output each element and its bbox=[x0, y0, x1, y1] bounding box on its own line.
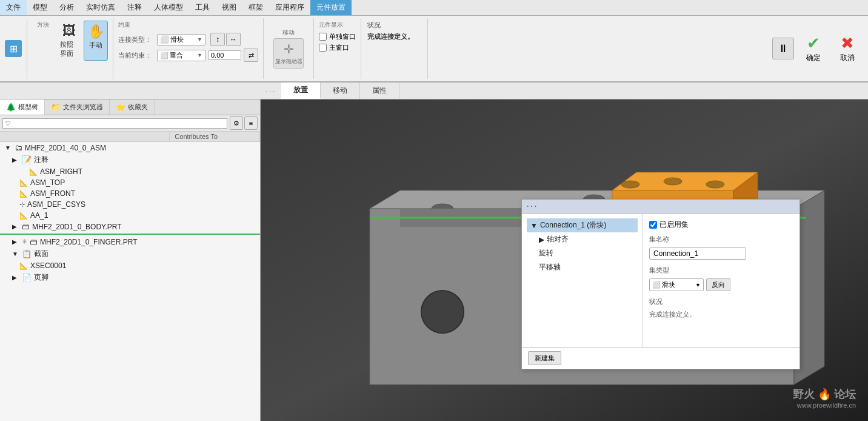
menu-model[interactable]: 模型 bbox=[27, 0, 53, 15]
menu-analysis[interactable]: 分析 bbox=[53, 0, 80, 15]
main-window-checkbox[interactable]: 主窗口 bbox=[319, 43, 356, 52]
tree-options-btn[interactable]: ≡ bbox=[244, 116, 258, 130]
ribbon-tabs: ··· 放置 移动 属性 bbox=[0, 83, 868, 99]
conn1-expand-icon: ▼ bbox=[530, 221, 538, 230]
folder-browser-icon: 📁 bbox=[51, 103, 61, 112]
expand-body-icon[interactable]: ▶ bbox=[12, 223, 19, 230]
current-constraint-dropdown[interactable]: ⬜ 重合 ▼ bbox=[157, 50, 205, 61]
set-name-input[interactable] bbox=[649, 248, 746, 260]
quick-access-icon[interactable]: ⊞ bbox=[5, 40, 22, 57]
tree-item-section[interactable]: ▼ 📋 截面 bbox=[0, 248, 260, 260]
axis-align-expand-icon: ▶ bbox=[539, 235, 544, 244]
method-manual-label: 手动 bbox=[89, 41, 102, 50]
tree-item-footer[interactable]: ▶ 📄 页脚 bbox=[0, 271, 260, 284]
expand-footer-icon[interactable]: ▶ bbox=[12, 274, 19, 281]
connection-type-arrow-icon: ▼ bbox=[197, 36, 202, 42]
annotations-label: 注释 bbox=[34, 155, 48, 165]
conn-tree-item-axis-align[interactable]: ▶ 轴对齐 bbox=[527, 232, 638, 246]
current-constraint-label: 当前约束： bbox=[118, 51, 155, 60]
tree-item-annotations[interactable]: ▶ 📝 注释 bbox=[0, 153, 260, 166]
manual-icon: ✋ bbox=[88, 24, 104, 39]
tab-move[interactable]: 移动 bbox=[321, 83, 360, 99]
expand-finger-icon[interactable]: ▶ bbox=[12, 238, 19, 245]
panel-tabs: 🌲 模型树 📁 文件夹浏览器 ⭐ 收藏夹 bbox=[0, 99, 260, 115]
conn-tree-item-translate-axis[interactable]: 平移轴 bbox=[527, 260, 638, 274]
set-type-dropdown[interactable]: ⬜ 滑块 ▼ bbox=[649, 278, 704, 291]
ok-button[interactable]: ✔ 确定 bbox=[799, 32, 828, 66]
tree-item-asm[interactable]: ▼ 🗂 MHF2_20D1_40_0_ASM bbox=[0, 142, 260, 153]
watermark: 野火 🔥 论坛 www.proewildfire.cn bbox=[793, 387, 856, 409]
menu-file[interactable]: 文件 bbox=[0, 0, 27, 15]
conn-tree-item-rotate[interactable]: 旋转 bbox=[527, 246, 638, 260]
new-set-button[interactable]: 新建集 bbox=[528, 351, 561, 365]
panel-tab-folder-browser[interactable]: 📁 文件夹浏览器 bbox=[45, 99, 110, 115]
tree-item-finger[interactable]: ▶ ✳ 🗃 MHF2_20D1_0_FINGER.PRT bbox=[0, 236, 260, 248]
tree-item-aa1[interactable]: 📐 AA_1 bbox=[0, 210, 260, 221]
expand-asm-icon[interactable]: ▼ bbox=[5, 144, 12, 151]
menu-realtime-sim[interactable]: 实时仿真 bbox=[80, 0, 121, 15]
tree-settings-btn[interactable]: ⚙ bbox=[230, 116, 243, 130]
method-manual-btn[interactable]: ✋ 手动 bbox=[84, 21, 108, 61]
conn-panel-header: ··· bbox=[522, 200, 800, 214]
flip-constraint-btn[interactable]: ⇄ bbox=[244, 49, 258, 62]
drag-handle: ··· bbox=[261, 83, 281, 99]
asm-def-csys-label: ASM_DEF_CSYS bbox=[27, 200, 85, 209]
footer-label: 页脚 bbox=[34, 272, 48, 283]
panel-tab-model-tree[interactable]: 🌲 模型树 bbox=[0, 99, 45, 115]
favorites-icon: ⭐ bbox=[116, 103, 125, 112]
expand-section-icon[interactable]: ▼ bbox=[12, 251, 19, 257]
conn-panel-footer: 新建集 bbox=[522, 347, 800, 369]
ok-icon: ✔ bbox=[807, 34, 820, 53]
menu-view[interactable]: 视图 bbox=[216, 0, 242, 15]
set-type-row: 集类型 ⬜ 滑块 ▼ 反向 bbox=[649, 266, 793, 291]
menu-framework[interactable]: 框架 bbox=[242, 0, 269, 15]
tree-filter-input[interactable] bbox=[12, 120, 224, 127]
svg-point-18 bbox=[664, 178, 682, 185]
menu-applications[interactable]: 应用程序 bbox=[269, 0, 310, 15]
body-prt-icon: 🗃 bbox=[22, 222, 30, 231]
conn-panel-dots: ··· bbox=[527, 202, 538, 210]
set-type-select-row: ⬜ 滑块 ▼ 反向 bbox=[649, 278, 793, 291]
reverse-button[interactable]: 反向 bbox=[706, 278, 730, 291]
conn1-label: Connection_1 (滑块) bbox=[540, 220, 606, 231]
tree-item-xsec0001[interactable]: 📐 XSEC0001 bbox=[0, 260, 260, 271]
set-type-value: 滑块 bbox=[662, 280, 675, 289]
translate-axis-label: 平移轴 bbox=[539, 262, 561, 272]
panel-tab-favorites[interactable]: ⭐ 收藏夹 bbox=[110, 99, 155, 115]
tree-item-asm-right[interactable]: 📐 ASM_RIGHT bbox=[0, 166, 260, 177]
tree-item-asm-front[interactable]: 📐 ASM_FRONT bbox=[0, 188, 260, 199]
enabled-set-checkbox[interactable]: 已启用集 bbox=[649, 220, 793, 230]
tree-content: ▼ 🗂 MHF2_20D1_40_0_ASM ▶ 📝 注释 📐 ASM_RIGH bbox=[0, 142, 260, 421]
menu-annotation[interactable]: 注释 bbox=[121, 0, 148, 15]
asm-right-label: ASM_RIGHT bbox=[40, 167, 82, 176]
cancel-button[interactable]: ✖ 取消 bbox=[833, 32, 862, 66]
menu-tools[interactable]: 工具 bbox=[189, 0, 216, 15]
tab-placement[interactable]: 放置 bbox=[281, 83, 321, 99]
main-window-check[interactable] bbox=[319, 44, 327, 52]
viewport: ··· ▼ Connection_1 (滑块) ▶ 轴对齐 旋转 bbox=[261, 99, 868, 421]
status-group: 状况 完成连接定义。 bbox=[361, 18, 428, 79]
single-window-checkbox[interactable]: 单独窗口 bbox=[319, 32, 356, 41]
axis-align-label: 轴对齐 bbox=[547, 234, 569, 244]
tree-col-contributes: Contributes To bbox=[170, 132, 260, 141]
show-dragger-btn[interactable]: 移动 ✛ 显示拖动器 bbox=[271, 26, 306, 71]
menu-human-model[interactable]: 人体模型 bbox=[148, 0, 189, 15]
constraint-btn2[interactable]: ↔ bbox=[226, 33, 241, 46]
method-by-interface-btn[interactable]: 🖼 按照界面 bbox=[56, 21, 81, 61]
expand-annotations-icon[interactable]: ▶ bbox=[12, 157, 19, 163]
enabled-set-check[interactable] bbox=[649, 221, 657, 229]
single-window-check[interactable] bbox=[319, 33, 327, 41]
pause-button[interactable]: ⏸ bbox=[772, 38, 794, 59]
constraint-btn1[interactable]: ↕ bbox=[210, 33, 225, 46]
tree-item-asm-def-csys[interactable]: ⊹ ASM_DEF_CSYS bbox=[0, 199, 260, 210]
tab-properties[interactable]: 属性 bbox=[360, 83, 399, 99]
tree-item-asm-top[interactable]: 📐 ASM_TOP bbox=[0, 177, 260, 188]
panel-tab-favorites-label: 收藏夹 bbox=[128, 103, 148, 112]
tree-item-body[interactable]: ▶ 🗃 MHF2_20D1_0_BODY.PRT bbox=[0, 221, 260, 232]
panel-tab-folder-label: 文件夹浏览器 bbox=[63, 103, 103, 112]
conn-tree-item-conn1[interactable]: ▼ Connection_1 (滑块) bbox=[527, 218, 638, 232]
offset-input[interactable]: 0.00 bbox=[208, 50, 241, 60]
menu-component-placement[interactable]: 元件放置 bbox=[310, 0, 352, 15]
constraint-label: 约束 bbox=[118, 21, 258, 29]
connection-type-dropdown[interactable]: ⬜ 滑块 ▼ bbox=[157, 34, 205, 45]
